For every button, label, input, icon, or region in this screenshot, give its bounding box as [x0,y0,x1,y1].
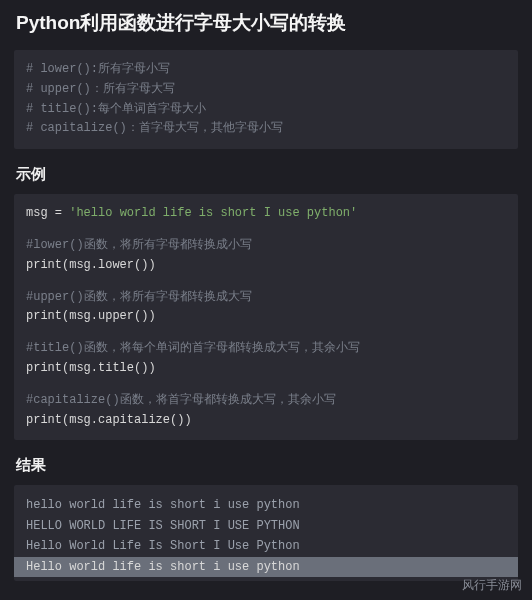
example-call: print(msg.capitalize()) [26,411,506,431]
intro-code-block: # lower():所有字母小写 # upper()：所有字母大写 # titl… [14,50,518,149]
assignment-line: msg = 'hello world life is short I use p… [26,204,506,224]
example-call: print(msg.upper()) [26,307,506,327]
result-line: Hello World Life Is Short I Use Python [26,536,506,556]
example-code-block: msg = 'hello world life is short I use p… [14,194,518,440]
string-token: 'hello world life is short I use python' [69,206,357,220]
blank-line [26,327,506,339]
example-call: print(msg.lower()) [26,256,506,276]
result-line: HELLO WORLD LIFE IS SHORT I USE PYTHON [26,516,506,536]
op-token: = [48,206,70,220]
watermark: 风行手游网 [462,577,522,594]
result-line-highlight: Hello world life is short i use python [14,557,518,577]
example-comment: #upper()函数，将所有字母都转换成大写 [26,288,506,308]
intro-comment-line: # upper()：所有字母大写 [26,80,506,100]
result-heading: 结果 [0,454,532,485]
blank-line [26,224,506,236]
intro-comment-line: # title():每个单词首字母大小 [26,100,506,120]
intro-comment-line: # capitalize()：首字母大写，其他字母小写 [26,119,506,139]
page-title: Python利用函数进行字母大小写的转换 [0,0,532,50]
example-call: print(msg.title()) [26,359,506,379]
var-token: msg [26,206,48,220]
blank-line [26,379,506,391]
intro-comment-line: # lower():所有字母小写 [26,60,506,80]
example-comment: #lower()函数，将所有字母都转换成小写 [26,236,506,256]
result-line: hello world life is short i use python [26,495,506,515]
example-comment: #capitalize()函数，将首字母都转换成大写，其余小写 [26,391,506,411]
example-heading: 示例 [0,163,532,194]
blank-line [26,276,506,288]
result-block: hello world life is short i use python H… [14,485,518,581]
example-comment: #title()函数，将每个单词的首字母都转换成大写，其余小写 [26,339,506,359]
